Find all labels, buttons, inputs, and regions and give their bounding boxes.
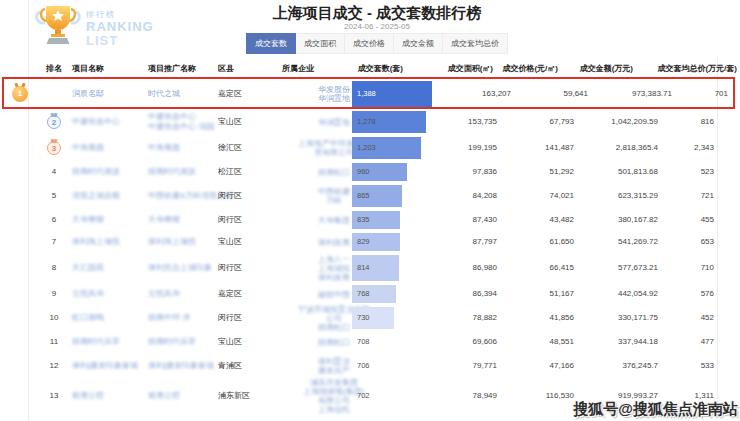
date-range: 2024-06 - 2025-05 [344,22,410,31]
units-value: 768 [357,289,370,299]
logo-ranking-label: RANKING [86,19,154,34]
project-name-link[interactable]: 中建壹品中心 [72,117,146,127]
avg-price-value: 721 [640,191,714,201]
table-row[interactable]: 9 云悦风华 云悦风华 嘉定区 融创中国 768 86,394 51,167 4… [0,283,740,305]
units-value: 1,278 [357,117,376,127]
district-label: 闵行区 [218,215,276,225]
rank-cell: 8 [40,263,68,273]
avg-price-value: 701 [654,89,728,99]
units-value: 829 [357,237,370,247]
page-title: 上海项目成交 - 成交套数排行榜 [273,4,481,23]
table-row[interactable]: 7 保利海上瑧悦 保利海上瑧悦 宝山区 保利发展 829 87,797 61,6… [0,231,740,253]
tab-成交金额[interactable]: 成交金额 [394,33,443,54]
table-row[interactable]: 2 中建壹品中心 中建壹品中心中建壹品中心·璟园 宝山区 华润置地 1,278 … [0,109,740,135]
district-label: 宝山区 [218,337,276,347]
units-value: 865 [357,191,370,201]
project-name-link[interactable]: 虹口潮鸣 [72,313,146,323]
rank-3-medal-icon: 3 [47,141,61,155]
table-row[interactable]: 1 润辰名邸 时代之城 嘉定区 华发股份华润置地 1,388 163,207 5… [0,79,740,109]
area-value: 86,980 [420,263,497,273]
district-label: 闵行区 [218,313,276,323]
project-name-link[interactable]: 中海顺昌 [72,143,146,153]
area-value: 163,207 [434,89,511,99]
avg-price-value: 523 [640,167,714,177]
area-value: 97,836 [420,167,497,177]
rank-cell: 4 [40,167,68,177]
table-body: 1 润辰名邸 时代之城 嘉定区 华发股份华润置地 1,388 163,207 5… [0,79,740,413]
avg-price-value: 533 [640,361,714,371]
district-label: 徐汇区 [218,143,276,153]
ranking-logo: 排行榜 RANKING LIST [34,2,164,54]
area-value: 84,208 [420,191,497,201]
project-name-link[interactable]: 润辰名邸 [72,89,146,99]
rank-cell: 12 [40,361,68,371]
area-value: 199,195 [420,143,497,153]
table-row[interactable]: 4 招商时代潮派 招商时代潮派 松江区 招商蛇口 960 97,836 51,2… [0,161,740,183]
column-header: 成交套均总价(万元/套) [616,62,737,73]
watermark: 搜狐号@搜狐焦点淮南站 [573,400,738,419]
rank-cell: 6 [40,215,68,225]
units-value: 706 [357,361,370,371]
avg-price-value: 816 [640,117,714,127]
project-name-link[interactable]: 大华星曜 [72,215,146,225]
table-row[interactable]: 11 招商时代乐章 招商时代乐章 宝山区 招商蛇口 708 69,606 48,… [0,331,740,353]
area-value: 78,949 [420,391,497,401]
avg-price-value: 452 [640,313,714,323]
project-name-link[interactable]: 招商时代潮派 [72,167,146,177]
table-row[interactable]: 5 理想之城启航 中国铁建&万科理想之城 闵行区 中国铁建万科 865 84,2… [0,183,740,209]
rank-cell: 9 [40,289,68,299]
column-header: 所属企业 [268,62,328,73]
avg-price-value: 2,343 [640,143,714,153]
district-label: 嘉定区 [218,289,276,299]
avg-price-value: 710 [640,263,714,273]
tab-成交套均总价[interactable]: 成交套均总价 [443,33,508,54]
district-label: 松江区 [218,167,276,177]
rank-cell: 11 [40,337,68,347]
project-name-link[interactable]: 天汇园苑 [72,263,146,273]
project-name-link[interactable]: 招商时代乐章 [72,337,146,347]
table-row[interactable]: 10 虹口潮鸣 招商中环·序 闵行区 宁波市城投置业有限公司招商蛇口 730 7… [0,305,740,331]
table-row[interactable]: 12 保利|建发印象青城 保利|建发印象青城 青浦区 保利置业建发房产 706 … [0,353,740,379]
table-row[interactable]: 3 中海顺昌 中海顺昌 徐汇区 上海地产中环发展投资有限公司 1,203 199… [0,135,740,161]
units-value: 1,203 [357,143,376,153]
rank-2-medal-icon: 2 [47,115,61,129]
units-value: 814 [357,263,370,273]
table-row[interactable]: 6 大华星曜 大华星曜 闵行区 大华集团 835 87,430 43,482 3… [0,209,740,231]
area-value: 69,606 [420,337,497,347]
district-label: 宝山区 [218,237,276,247]
project-name-link[interactable]: 保利|建发印象青城 [72,361,146,371]
rank-cell: 10 [40,313,68,323]
district-label: 嘉定区 [218,89,276,99]
column-header: 项目名称 [72,62,104,73]
rank-cell: 7 [40,237,68,247]
units-bar: 1,388 [352,79,444,109]
column-header: 成交价格(元/㎡) [468,62,558,73]
trophy-icon [34,2,82,52]
tab-成交面积[interactable]: 成交面积 [296,33,345,54]
avg-price-value: 477 [640,337,714,347]
ranking-page: 排行榜 RANKING LIST 上海项目成交 - 成交套数排行榜 2024-0… [0,0,740,421]
avg-price-value: 576 [640,289,714,299]
tab-成交价格[interactable]: 成交价格 [345,33,394,54]
avg-price-value: 653 [640,237,714,247]
project-name-link[interactable]: 保利海上瑧悦 [72,237,146,247]
rank-cell: 13 [40,391,68,401]
column-header: 项目推广名称 [148,62,196,73]
project-name-link[interactable]: 理想之城启航 [72,191,146,201]
table-row[interactable]: 8 天汇园苑 保利光合上城印象 闵行区 上海八一上海城投保利发展 814 86,… [0,253,740,283]
units-value: 702 [357,391,370,401]
metric-tabs: 成交套数成交面积成交价格成交金额成交套均总价 [246,33,508,54]
tab-成交套数[interactable]: 成交套数 [246,33,296,54]
district-label: 闵行区 [218,263,276,273]
project-name-link[interactable]: 前滩公馆 [72,391,146,401]
logo-list-label: LIST [86,33,118,48]
district-label: 宝山区 [218,117,276,127]
units-value: 1,388 [357,89,376,99]
district-label: 青浦区 [218,361,276,371]
units-value: 708 [357,337,370,347]
units-value: 730 [357,313,370,323]
units-value: 960 [357,167,370,177]
project-name-link[interactable]: 云悦风华 [72,289,146,299]
column-header: 区县 [218,62,234,73]
area-value: 86,394 [420,289,497,299]
